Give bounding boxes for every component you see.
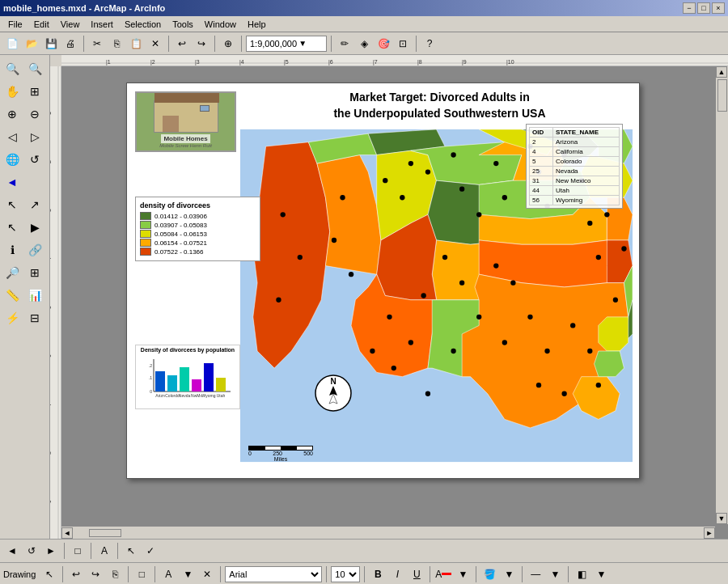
svg-text:2: 2 (50, 160, 52, 163)
map-refresh-button[interactable]: ↺ (23, 542, 40, 560)
rect-select-tool[interactable]: □ (69, 542, 87, 560)
layout-button[interactable]: ⊡ (394, 35, 412, 53)
copy-button[interactable]: ⎘ (108, 35, 125, 53)
goto-xy-button[interactable]: ⊕ (219, 35, 237, 53)
overview-tool[interactable]: ⊞ (24, 262, 45, 283)
target-button[interactable]: 🎯 (375, 35, 392, 53)
back-tool[interactable]: ◄ (2, 171, 23, 193)
map-row: 1 2 3 4 5 6 7 8 9 Market Target: D (50, 66, 728, 539)
close-button[interactable]: × (712, 2, 725, 14)
line-color-btn[interactable]: — (527, 565, 544, 583)
editor-button[interactable]: ✏ (336, 35, 353, 53)
prev-extent-tool[interactable]: ◁ (2, 126, 23, 147)
svg-rect-97 (155, 371, 165, 391)
magnify-tool[interactable]: 🔎 (2, 262, 23, 283)
horizontal-scrollbar[interactable]: ◄ ► (61, 526, 715, 539)
print-button[interactable]: 🖨 (61, 35, 79, 53)
menu-help[interactable]: Help (243, 19, 271, 30)
table-tool[interactable]: 📊 (24, 285, 45, 306)
hyperlink-tool[interactable]: 🔗 (24, 239, 45, 260)
zoom-out-tool[interactable]: 🔍 (24, 58, 45, 79)
redo-button[interactable]: ↪ (193, 35, 210, 53)
map-viewport[interactable]: Market Target: Divorced Adults in the Un… (61, 66, 728, 539)
undo-draw[interactable]: ↩ (67, 565, 85, 583)
underline-button[interactable]: U (408, 565, 425, 583)
help-button[interactable]: ? (421, 35, 438, 53)
maximize-button[interactable]: □ (697, 2, 710, 14)
svg-point-72 (604, 212, 609, 217)
measure-tool[interactable]: 📏 (2, 285, 23, 306)
svg-point-61 (459, 187, 464, 192)
italic-button[interactable]: I (388, 565, 406, 583)
font-size-select[interactable]: 10 (331, 566, 360, 582)
scroll-down-button[interactable]: ▼ (716, 513, 727, 524)
menu-tools[interactable]: Tools (167, 19, 198, 30)
grid-tool[interactable]: ⊟ (24, 307, 45, 328)
font-color-arrow[interactable]: ▼ (179, 565, 197, 583)
menu-window[interactable]: Window (200, 19, 241, 30)
refresh-tool[interactable]: ↺ (24, 149, 45, 170)
select-arrow[interactable]: ↖ (2, 217, 23, 238)
svg-point-75 (442, 255, 447, 260)
h-scroll-thumb[interactable] (89, 529, 121, 537)
font-color-arrow2[interactable]: ▼ (454, 565, 472, 583)
sketch-button[interactable]: ◈ (355, 35, 373, 53)
vertical-scrollbar[interactable]: ▲ ▼ (715, 66, 728, 524)
paste-button[interactable]: 📋 (127, 35, 145, 53)
menu-view[interactable]: View (56, 19, 85, 30)
edit-select-tool[interactable]: ↗ (24, 194, 45, 215)
select-tool[interactable]: ↖ (2, 194, 23, 215)
vertical-ruler: 1 2 3 4 5 6 7 8 9 (50, 66, 61, 539)
fixed-zoom-in-tool[interactable]: ⊕ (2, 104, 23, 125)
font-name-select[interactable]: Arial (225, 566, 322, 582)
shadow-arrow[interactable]: ▼ (592, 565, 610, 583)
menu-selection[interactable]: Selection (120, 19, 166, 30)
forward-select[interactable]: ▶ (24, 217, 45, 238)
line-arrow[interactable]: ▼ (546, 565, 564, 583)
copy-draw[interactable]: ⎘ (106, 565, 124, 583)
full-extent-tool[interactable]: ⊞ (24, 81, 45, 102)
forward-tool[interactable] (24, 171, 45, 193)
fill-color-btn[interactable]: 🪣 (480, 565, 498, 583)
draw-rect[interactable]: □ (133, 565, 150, 583)
map-next-button[interactable]: ► (42, 542, 60, 560)
svg-text:Arizn: Arizn (155, 393, 165, 398)
new-button[interactable]: 📄 (3, 35, 21, 53)
scroll-up-button[interactable]: ▲ (716, 66, 727, 78)
fixed-zoom-out-tool[interactable]: ⊖ (24, 104, 45, 125)
menu-insert[interactable]: Insert (86, 19, 118, 30)
font-x[interactable]: ✕ (198, 565, 216, 583)
checkmark-tool[interactable]: ✓ (142, 542, 159, 560)
menu-edit[interactable]: Edit (29, 19, 54, 30)
minimize-button[interactable]: − (683, 2, 696, 14)
svg-rect-101 (204, 363, 214, 391)
cursor-tool[interactable]: ↖ (122, 542, 140, 560)
scroll-right-button[interactable]: ► (704, 527, 715, 539)
scroll-thumb[interactable] (717, 79, 727, 112)
save-button[interactable]: 💾 (42, 35, 60, 53)
text-style-btn[interactable]: A (159, 565, 177, 583)
map-prev-button[interactable]: ◄ (3, 542, 21, 560)
drawing-cursor[interactable]: ↖ (40, 565, 58, 583)
shadow-color-btn[interactable]: ◧ (573, 565, 590, 583)
zoom-in-tool[interactable]: 🔍 (2, 58, 23, 79)
cut-button[interactable]: ✂ (88, 35, 106, 53)
pan-tool[interactable]: ✋ (2, 81, 23, 102)
undo-button[interactable]: ↩ (173, 35, 191, 53)
globe-tool[interactable]: 🌐 (2, 149, 23, 170)
font-color-btn[interactable]: A (434, 565, 452, 583)
fill-arrow[interactable]: ▼ (500, 565, 518, 583)
bold-button[interactable]: B (369, 565, 387, 583)
menu-bar: File Edit View Insert Selection Tools Wi… (0, 16, 728, 32)
delete-button[interactable]: ✕ (146, 35, 164, 53)
svg-point-70 (587, 221, 592, 226)
next-extent-tool[interactable]: ▷ (24, 126, 45, 147)
lightning-tool[interactable]: ⚡ (2, 307, 23, 328)
identify-tool[interactable]: ℹ (2, 239, 23, 260)
open-button[interactable]: 📂 (23, 35, 40, 53)
redo-draw[interactable]: ↪ (87, 565, 104, 583)
text-tool-btn[interactable]: A (95, 542, 113, 560)
menu-file[interactable]: File (3, 19, 28, 30)
scroll-left-button[interactable]: ◄ (61, 527, 73, 539)
svg-text:|7: |7 (373, 59, 378, 66)
